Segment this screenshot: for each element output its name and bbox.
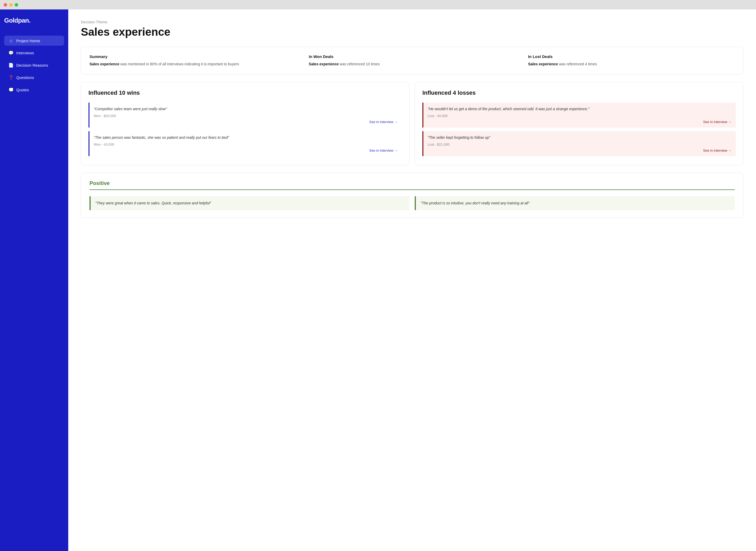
loss-quote-2-footer: See in interview → (428, 148, 732, 152)
summary-overview: Summary Sales experience was mentioned i… (89, 54, 296, 67)
summary-body: was mentioned in 80% of all interviews i… (119, 62, 239, 66)
summary-card: Summary Sales experience was mentioned i… (81, 47, 743, 74)
losses-card: Influenced 4 losses "He wouldn't let us … (415, 82, 743, 165)
sidebar-item-label: Decision Reasons (16, 63, 48, 67)
app-layout: Goldpan. ⌂ Project Home 💬 Interviews 📄 D… (0, 9, 756, 551)
sidebar-item-label: Quotes (16, 88, 29, 92)
sidebar-item-questions[interactable]: ❓ Questions (4, 72, 64, 83)
loss-quote-1-text: "He wouldn't let us get a demo of the pr… (428, 106, 732, 112)
summary-won: In Won Deals Sales experience was refere… (309, 54, 515, 67)
questions-icon: ❓ (8, 75, 14, 80)
win-quote-1-link[interactable]: See in interview → (369, 120, 398, 124)
sidebar: Goldpan. ⌂ Project Home 💬 Interviews 📄 D… (0, 9, 68, 551)
win-quote-1-meta: Won - $20,000 (94, 114, 398, 118)
logo: Goldpan. (4, 17, 64, 24)
loss-quote-2: "The seller kept forgetting to follow up… (422, 131, 736, 156)
titlebar (0, 0, 756, 9)
won-heading: In Won Deals (309, 54, 515, 59)
home-icon: ⌂ (8, 38, 14, 43)
win-quote-1-text: "Competitor sales team were just really … (94, 106, 398, 112)
summary-heading: Summary (89, 54, 296, 59)
summary-lost: In Lost Deals Sales experience was refer… (528, 54, 735, 67)
sidebar-item-decision-reasons[interactable]: 📄 Decision Reasons (4, 60, 64, 70)
wins-card-heading: Influenced 10 wins (88, 89, 402, 96)
quotes-icon: 💭 (8, 87, 14, 92)
summary-text: Sales experience was mentioned in 80% of… (89, 61, 296, 67)
lost-text: Sales experience was referenced 4 times (528, 61, 735, 67)
win-quote-2-text: "The sales person was fantastic, she was… (94, 135, 398, 140)
won-body: was referenced 10 times (339, 62, 380, 66)
win-quote-2-link[interactable]: See in interview → (369, 148, 398, 152)
loss-quote-1-meta: Lost - 34,000 (428, 114, 732, 118)
win-quote-2-meta: Won - 43,000 (94, 142, 398, 146)
wins-card: Influenced 10 wins "Competitor sales tea… (81, 82, 409, 165)
win-quote-1: "Competitor sales team were just really … (88, 103, 402, 127)
positive-heading: Positive (89, 180, 735, 190)
win-quote-1-footer: See in interview → (94, 120, 398, 124)
loss-quote-1: "He wouldn't let us get a demo of the pr… (422, 103, 736, 127)
maximize-button[interactable] (15, 3, 18, 7)
decision-icon: 📄 (8, 63, 14, 68)
page-subtitle: Decision Theme (81, 20, 743, 24)
loss-quote-2-text: "The seller kept forgetting to follow up… (428, 135, 732, 140)
losses-card-heading: Influenced 4 losses (422, 89, 736, 96)
sidebar-item-interviews[interactable]: 💬 Interviews (4, 48, 64, 58)
loss-quote-2-link[interactable]: See in interview → (703, 148, 732, 152)
interviews-icon: 💬 (8, 50, 14, 55)
won-text: Sales experience was referenced 10 times (309, 61, 515, 67)
loss-quote-1-footer: See in interview → (428, 120, 732, 124)
sidebar-item-label: Questions (16, 75, 34, 80)
sidebar-item-label: Interviews (16, 51, 34, 55)
positive-quotes-row: "They were great when it came to sales. … (89, 196, 735, 210)
summary-bold: Sales experience (89, 62, 119, 66)
influence-cards-row: Influenced 10 wins "Competitor sales tea… (81, 82, 743, 165)
loss-quote-2-meta: Lost - $21,000 (428, 142, 732, 146)
close-button[interactable] (4, 3, 7, 7)
page-title: Sales experience (81, 26, 743, 38)
sidebar-item-project-home[interactable]: ⌂ Project Home (4, 36, 64, 46)
minimize-button[interactable] (9, 3, 13, 7)
win-quote-2-footer: See in interview → (94, 148, 398, 152)
sidebar-item-quotes[interactable]: 💭 Quotes (4, 85, 64, 95)
lost-heading: In Lost Deals (528, 54, 735, 59)
lost-body: was referenced 4 times (558, 62, 597, 66)
won-bold: Sales experience (309, 62, 339, 66)
main-content: Decision Theme Sales experience Summary … (68, 9, 756, 551)
positive-quote-1: "They were great when it came to sales. … (89, 196, 409, 210)
positive-quote-2: "The product is so intuitive, you don't … (415, 196, 735, 210)
positive-card: Positive "They were great when it came t… (81, 173, 743, 218)
lost-bold: Sales experience (528, 62, 558, 66)
win-quote-2: "The sales person was fantastic, she was… (88, 131, 402, 156)
sidebar-item-label: Project Home (16, 39, 40, 43)
loss-quote-1-link[interactable]: See in interview → (703, 120, 732, 124)
